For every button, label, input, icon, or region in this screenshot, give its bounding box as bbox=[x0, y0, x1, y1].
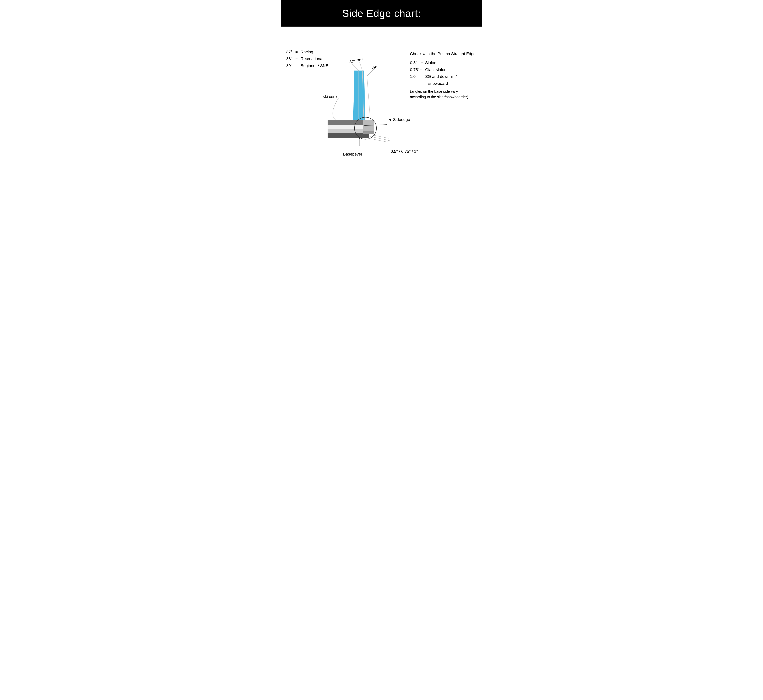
svg-line-19 bbox=[370, 136, 388, 140]
svg-line-20 bbox=[371, 134, 389, 138]
svg-line-0 bbox=[352, 64, 359, 70]
legend-label-87: Racing bbox=[301, 48, 313, 55]
svg-line-2 bbox=[367, 68, 375, 76]
legend-eq-88: = bbox=[294, 55, 299, 62]
svg-rect-7 bbox=[328, 120, 363, 125]
svg-rect-9 bbox=[328, 129, 363, 133]
svg-rect-12 bbox=[363, 131, 374, 134]
legend-eq-89: = bbox=[294, 62, 299, 69]
svg-rect-8 bbox=[328, 125, 363, 129]
diagram-svg bbox=[317, 52, 424, 147]
svg-rect-10 bbox=[328, 133, 369, 138]
legend-eq-87: = bbox=[294, 48, 299, 55]
angle-10-label: SG and downhill / bbox=[425, 74, 457, 79]
diagram-area: 87° 88° 89° ski core bbox=[317, 52, 428, 155]
svg-marker-21 bbox=[387, 139, 390, 141]
basebevel-label: Basebevel bbox=[343, 152, 362, 157]
legend-angle-89: 89° bbox=[286, 62, 292, 69]
page-header: Side Edge chart: bbox=[281, 0, 482, 27]
svg-rect-11 bbox=[363, 120, 374, 133]
angles-bottom-label: 0,5° / 0,75° / 1° bbox=[391, 149, 473, 154]
svg-line-1 bbox=[360, 62, 362, 70]
svg-line-18 bbox=[369, 138, 387, 142]
page-title: Side Edge chart: bbox=[284, 7, 479, 19]
svg-marker-3 bbox=[353, 70, 365, 122]
main-content: 87° = Racing 88° = Recreational 89° = Be… bbox=[281, 27, 482, 166]
sideedge-label: ◄ Sideedge bbox=[388, 117, 460, 122]
legend-angle-87: 87° bbox=[286, 48, 292, 55]
legend-angle-88: 88° bbox=[286, 55, 292, 62]
svg-line-6 bbox=[367, 76, 371, 123]
